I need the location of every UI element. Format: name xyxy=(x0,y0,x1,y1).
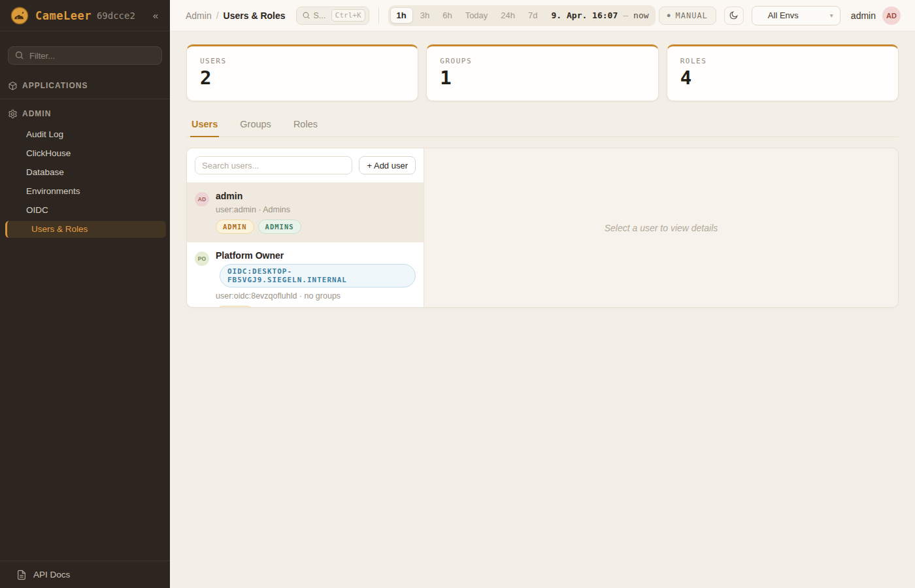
time-range-24h[interactable]: 24h xyxy=(495,8,521,23)
tab-groups[interactable]: Groups xyxy=(239,115,273,137)
stat-card-groups: GROUPS 1 xyxy=(426,44,658,101)
sidebar: CameLeer 69dcce2 « APPLICATIONS xyxy=(0,0,170,588)
user-name: Platform Owner xyxy=(216,250,416,261)
time-from[interactable]: 9. Apr. 16:07 xyxy=(552,10,618,20)
tabs: Users Groups Roles xyxy=(186,115,899,137)
sidebar-spacer xyxy=(0,239,170,561)
sidebar-filter-input[interactable] xyxy=(8,46,162,65)
time-separator: — xyxy=(623,10,628,20)
user-detail-pane: Select a user to view details xyxy=(424,148,898,307)
time-range-6h[interactable]: 6h xyxy=(437,8,458,23)
stats-row: USERS 2 GROUPS 1 ROLES 4 xyxy=(186,44,899,101)
role-badge-admin: ADMIN xyxy=(216,220,254,234)
package-icon xyxy=(8,81,18,91)
user-meta: user:oidc:8evzqofluhld · no groups xyxy=(216,291,416,301)
sidebar-section-admin[interactable]: ADMIN xyxy=(0,107,170,120)
stat-card-users: USERS 2 xyxy=(186,44,418,101)
user-badges: ADMIN ADMINS xyxy=(216,220,416,234)
camel-logo-icon xyxy=(10,7,29,25)
sidebar-nav: APPLICATIONS ADMIN Audit Log ClickHouse … xyxy=(0,79,170,239)
add-user-button[interactable]: + Add user xyxy=(359,156,416,174)
content: USERS 2 GROUPS 1 ROLES 4 Users Groups Ro… xyxy=(170,31,915,588)
breadcrumb-separator: / xyxy=(216,10,219,21)
search-users-input[interactable] xyxy=(195,156,352,174)
sidebar-section-label: ADMIN xyxy=(22,109,51,118)
sidebar-collapse-icon[interactable]: « xyxy=(149,8,162,22)
tab-roles[interactable]: Roles xyxy=(292,115,319,137)
document-icon xyxy=(16,570,27,580)
time-range-display: 9. Apr. 16:07 — now xyxy=(552,10,649,20)
search-icon xyxy=(302,11,310,20)
gear-icon xyxy=(8,109,18,119)
sidebar-item-clickhouse[interactable]: ClickHouse xyxy=(0,144,170,163)
topbar-username: admin xyxy=(851,10,876,21)
sidebar-admin-items: Audit Log ClickHouse Database Environmen… xyxy=(0,125,170,238)
stat-value: 2 xyxy=(200,68,405,89)
time-range-today[interactable]: Today xyxy=(459,8,494,23)
stat-card-roles: ROLES 4 xyxy=(667,44,899,101)
user-row-platform-owner[interactable]: PO Platform Owner OIDC:DESKTOP-FB5VGJ9.S… xyxy=(187,242,424,308)
topbar-divider xyxy=(378,8,379,24)
breadcrumb-admin[interactable]: Admin xyxy=(186,10,212,21)
stat-value: 4 xyxy=(680,68,885,89)
user-row-body: admin user:admin · Admins ADMIN ADMINS xyxy=(216,191,416,234)
main-area: Admin / Users & Roles S... Ctrl+K 1h 3h … xyxy=(170,0,915,588)
time-range-1h[interactable]: 1h xyxy=(390,7,413,24)
sidebar-section-applications[interactable]: APPLICATIONS xyxy=(0,79,170,92)
global-search[interactable]: S... Ctrl+K xyxy=(296,7,369,25)
users-panel: + Add user AD admin user:admin · Admins … xyxy=(186,148,899,308)
role-badge-admin: ADMIN xyxy=(216,306,254,308)
topbar: Admin / Users & Roles S... Ctrl+K 1h 3h … xyxy=(170,0,915,31)
topbar-right: ● MANUAL All Envs ▾ admin AD xyxy=(659,6,907,25)
manual-mode-label: MANUAL xyxy=(676,11,708,20)
user-list: + Add user AD admin user:admin · Admins … xyxy=(187,148,424,307)
manual-mode-badge[interactable]: ● MANUAL xyxy=(659,7,716,25)
user-row-body: Platform Owner OIDC:DESKTOP-FB5VGJ9.SIEG… xyxy=(216,250,416,308)
time-range-7d[interactable]: 7d xyxy=(522,8,543,23)
tab-users[interactable]: Users xyxy=(190,115,219,137)
env-select[interactable]: All Envs ▾ xyxy=(752,6,840,25)
sidebar-item-users-roles[interactable]: Users & Roles xyxy=(5,221,166,238)
stat-label: GROUPS xyxy=(440,57,644,65)
sidebar-section-label: APPLICATIONS xyxy=(22,81,88,90)
search-icon xyxy=(14,50,24,60)
stat-label: USERS xyxy=(200,57,405,65)
avatar: PO xyxy=(195,252,209,266)
env-select-value: All Envs xyxy=(768,10,799,20)
user-list-toolbar: + Add user xyxy=(187,148,424,182)
api-docs-link[interactable]: API Docs xyxy=(0,561,170,588)
time-range-control: 1h 3h 6h Today 24h 7d 9. Apr. 16:07 — no… xyxy=(388,5,656,26)
status-dot-icon: ● xyxy=(667,12,671,18)
search-shortcut-kbd: Ctrl+K xyxy=(331,9,365,22)
time-to[interactable]: now xyxy=(633,10,648,20)
sidebar-filter xyxy=(8,46,162,65)
sidebar-divider xyxy=(0,99,170,99)
time-range-3h[interactable]: 3h xyxy=(414,8,435,23)
app-root: CameLeer 69dcce2 « APPLICATIONS xyxy=(0,0,915,588)
global-search-placeholder: S... xyxy=(314,11,326,20)
breadcrumb: Admin / Users & Roles xyxy=(186,10,286,21)
group-badge-admins: ADMINS xyxy=(258,220,301,234)
brand-name: CameLeer xyxy=(35,9,92,22)
theme-toggle-button[interactable] xyxy=(724,7,744,25)
user-badges: ADMIN xyxy=(216,306,416,308)
empty-state-text: Select a user to view details xyxy=(605,223,718,233)
sidebar-item-environments[interactable]: Environments xyxy=(0,182,170,201)
user-row-admin[interactable]: AD admin user:admin · Admins ADMIN ADMIN… xyxy=(187,182,424,242)
chevron-down-icon: ▾ xyxy=(830,12,833,19)
oidc-provider-badge: OIDC:DESKTOP-FB5VGJ9.SIEGELN.INTERNAL xyxy=(220,264,416,287)
sidebar-item-audit-log[interactable]: Audit Log xyxy=(0,125,170,144)
avatar: AD xyxy=(195,192,209,206)
stat-value: 1 xyxy=(440,68,644,89)
user-name: admin xyxy=(216,191,416,201)
sidebar-item-oidc[interactable]: OIDC xyxy=(0,201,170,220)
user-meta: user:admin · Admins xyxy=(216,205,416,214)
sidebar-logo-row: CameLeer 69dcce2 « xyxy=(0,0,170,31)
moon-icon xyxy=(729,10,739,20)
brand-version: 69dcce2 xyxy=(97,10,135,21)
api-docs-label: API Docs xyxy=(33,570,70,580)
stat-label: ROLES xyxy=(680,57,885,65)
breadcrumb-current: Users & Roles xyxy=(224,10,286,21)
sidebar-item-database[interactable]: Database xyxy=(0,163,170,182)
avatar[interactable]: AD xyxy=(882,7,901,25)
